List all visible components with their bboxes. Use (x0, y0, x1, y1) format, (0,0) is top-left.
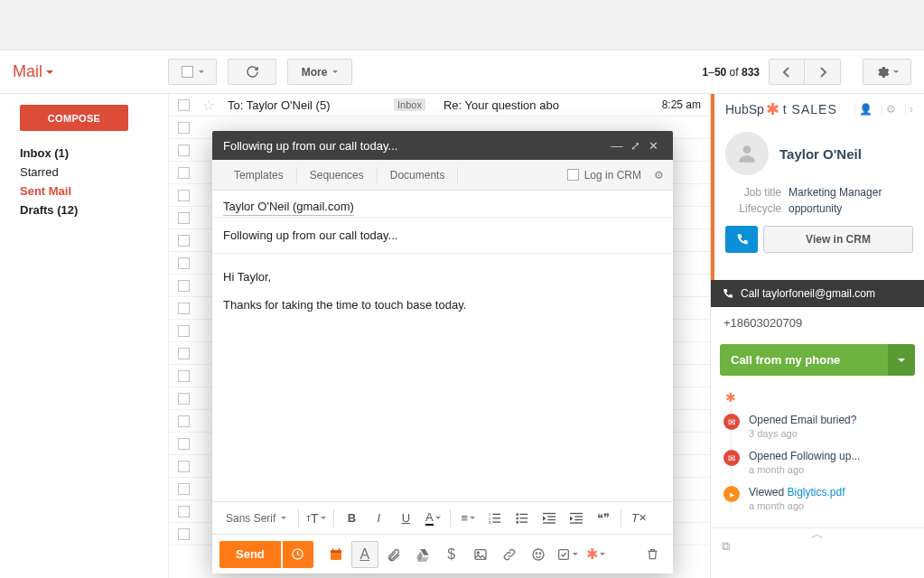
folder-starred[interactable]: Starred (20, 163, 159, 182)
timeline-item[interactable]: ✉ Opened Following up... a month ago (723, 441, 924, 477)
tab-sequences[interactable]: Sequences (297, 167, 378, 183)
star-icon[interactable]: ☆ (202, 97, 215, 114)
chevron-right-icon[interactable]: › (905, 103, 917, 116)
minimize-icon[interactable]: — (608, 139, 626, 153)
row-checkbox[interactable] (178, 167, 190, 179)
mail-row[interactable]: ☆ To: Taylor O'Neil (5) Inbox Re: Your q… (169, 94, 710, 117)
row-checkbox[interactable] (178, 348, 190, 359)
row-checkbox[interactable] (178, 370, 190, 382)
bullet-list-button[interactable] (510, 507, 534, 530)
tab-documents[interactable]: Documents (378, 167, 459, 183)
folder-inbox[interactable]: Inbox (1) (20, 144, 159, 163)
gear-icon[interactable]: ⚙ (654, 169, 664, 182)
quote-button[interactable]: ❝❞ (592, 507, 615, 530)
row-checkbox[interactable] (178, 393, 190, 405)
row-subject: Re: Your question abo (443, 98, 625, 112)
pager-nav (769, 59, 841, 85)
row-checkbox[interactable] (178, 280, 190, 292)
more-button[interactable]: More (287, 59, 352, 85)
chevron-up-icon[interactable]: ︿ (811, 527, 824, 543)
send-button[interactable]: Send (219, 541, 281, 568)
row-checkbox[interactable] (178, 325, 190, 337)
timeline-item[interactable]: ✉ Opened Email buried? 3 days ago (723, 405, 924, 441)
svg-rect-2 (493, 513, 501, 514)
svg-rect-14 (548, 516, 556, 517)
checkbox-icon (567, 169, 579, 181)
trash-icon[interactable] (639, 541, 666, 568)
call-email-bar[interactable]: Call taylorfoneil@gmail.com (711, 280, 924, 307)
row-checkbox[interactable] (178, 190, 190, 201)
text-color-button[interactable]: A (421, 507, 444, 530)
font-family-select[interactable]: Sans Serif (219, 508, 293, 528)
page-range: 1–50 of 833 (703, 66, 760, 79)
calendar-icon[interactable] (322, 541, 350, 568)
next-page-button[interactable] (805, 59, 841, 85)
compose-tabs: Templates Sequences Documents Log in CRM… (212, 160, 673, 191)
row-checkbox[interactable] (178, 483, 190, 495)
expand-icon[interactable]: ⤢ (626, 139, 644, 153)
indent-less-button[interactable] (537, 507, 561, 530)
user-icon[interactable]: 👤 (854, 103, 876, 116)
chevron-left-icon (783, 67, 790, 78)
popout-icon[interactable]: ⧉ (722, 539, 730, 554)
gear-icon[interactable]: ⚙ (882, 103, 900, 116)
bold-button[interactable]: B (340, 507, 363, 530)
font-size-button[interactable]: тT (304, 507, 328, 530)
timeline-item[interactable]: ▸ Viewed Biglytics.pdf a month ago (723, 477, 924, 513)
underline-button[interactable]: U (394, 507, 417, 530)
folder-list: Inbox (1) Starred Sent Mail Drafts (12) (20, 144, 159, 219)
money-icon[interactable]: $ (438, 541, 465, 568)
row-checkbox[interactable] (178, 461, 190, 472)
compose-to-field[interactable]: Taylor O'Neil (gmail.com) (212, 191, 673, 218)
refresh-button[interactable] (228, 59, 276, 85)
svg-rect-13 (543, 512, 555, 513)
row-checkbox[interactable] (178, 528, 190, 540)
row-checkbox[interactable] (178, 122, 190, 134)
row-checkbox[interactable] (178, 99, 190, 111)
image-icon[interactable] (467, 541, 494, 568)
caret-down-icon (898, 359, 905, 362)
call-from-dropdown[interactable] (888, 344, 915, 376)
document-link[interactable]: Biglytics.pdf (787, 486, 845, 499)
app-top-band (0, 0, 924, 51)
row-checkbox[interactable] (178, 303, 190, 314)
link-icon[interactable] (496, 541, 523, 568)
remove-format-button[interactable]: T✕ (627, 507, 650, 530)
call-button[interactable] (725, 226, 758, 253)
compose-body[interactable]: Hi Taylor, Thanks for taking the time to… (212, 254, 673, 501)
tab-templates[interactable]: Templates (221, 167, 297, 183)
view-in-crm-button[interactable]: View in CRM (763, 226, 913, 253)
row-checkbox[interactable] (178, 235, 190, 247)
row-checkbox[interactable] (178, 506, 190, 517)
indent-more-button[interactable] (565, 507, 588, 530)
track-icon[interactable] (554, 541, 581, 568)
drive-icon[interactable] (409, 541, 436, 568)
numbered-list-button[interactable]: 123 (483, 507, 507, 530)
align-button[interactable]: ≡ (456, 507, 480, 530)
compose-titlebar[interactable]: Following up from our call today... — ⤢ … (212, 131, 673, 160)
compose-button[interactable]: COMPOSE (20, 105, 128, 131)
folder-sent[interactable]: Sent Mail (20, 182, 159, 200)
hubspot-sprocket-icon[interactable]: ✱ (583, 541, 610, 568)
emoji-icon[interactable] (525, 541, 552, 568)
settings-button[interactable] (863, 59, 911, 85)
svg-rect-19 (575, 518, 583, 519)
row-checkbox[interactable] (178, 212, 190, 224)
schedule-send-button[interactable] (283, 541, 313, 568)
close-icon[interactable]: ✕ (644, 139, 662, 153)
folder-drafts[interactable]: Drafts (12) (20, 200, 159, 219)
more-label: More (302, 66, 328, 79)
login-crm-toggle[interactable]: Log in CRM (567, 169, 654, 182)
mail-dropdown[interactable]: Mail (13, 62, 168, 81)
row-checkbox[interactable] (178, 144, 190, 156)
attach-icon[interactable] (380, 541, 407, 568)
text-format-toggle[interactable]: A (351, 541, 378, 568)
italic-button[interactable]: I (367, 507, 390, 530)
prev-page-button[interactable] (769, 59, 805, 85)
select-all-dropdown[interactable] (168, 59, 217, 85)
row-checkbox[interactable] (178, 438, 190, 450)
row-checkbox[interactable] (178, 257, 190, 269)
call-from-phone-button[interactable]: Call from my phone (720, 344, 888, 376)
compose-subject-field[interactable]: Following up from our call today... (212, 218, 673, 254)
row-checkbox[interactable] (178, 415, 190, 427)
